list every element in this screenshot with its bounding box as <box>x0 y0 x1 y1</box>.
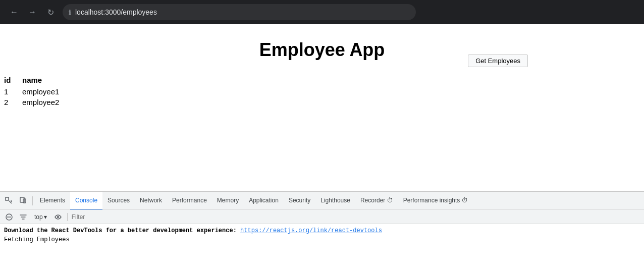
eye-button[interactable] <box>53 212 63 222</box>
url-text: localhost:3000/employees <box>75 8 157 16</box>
devtools-panel: Elements Console Sources Network Perform… <box>0 191 644 252</box>
svg-rect-0 <box>6 197 9 200</box>
console-output: Download the React DevTools for a better… <box>0 224 644 252</box>
row2-name: employee2 <box>22 98 73 106</box>
toolbar-divider <box>67 213 68 221</box>
tab-console[interactable]: Console <box>70 192 102 210</box>
table-row: 2 employee2 <box>4 98 644 106</box>
inspect-element-button[interactable] <box>2 194 16 208</box>
console-line-1: Download the React DevTools for a better… <box>4 226 640 235</box>
employee-table: id name 1 employee1 2 employee2 <box>0 76 644 106</box>
reload-button[interactable]: ↻ <box>44 6 57 18</box>
react-devtools-link[interactable]: https://reactjs.org/link/react-devtools <box>240 227 382 234</box>
clear-console-button[interactable] <box>4 212 14 222</box>
forward-button[interactable]: → <box>26 6 38 18</box>
page-content: Employee App id name 1 employee1 2 emplo… <box>0 24 644 191</box>
tab-security[interactable]: Security <box>284 192 315 210</box>
app-title: Employee App <box>0 39 644 61</box>
tab-recorder[interactable]: Recorder ⏱ <box>355 192 398 210</box>
tab-performance[interactable]: Performance <box>167 192 212 210</box>
svg-point-5 <box>57 216 59 218</box>
table-header: id name <box>4 76 644 84</box>
tab-divider <box>32 196 33 205</box>
tab-performance-insights[interactable]: Performance insights ⏱ <box>398 192 473 210</box>
tab-lighthouse[interactable]: Lighthouse <box>315 192 355 210</box>
row1-id: 1 <box>4 87 14 96</box>
row2-id: 2 <box>4 98 14 106</box>
table-row: 1 employee1 <box>4 87 644 96</box>
tab-elements[interactable]: Elements <box>35 192 70 210</box>
device-toolbar-button[interactable] <box>16 194 30 208</box>
header-id: id <box>4 76 14 84</box>
context-label: top <box>34 213 43 221</box>
context-dropdown-icon: ▾ <box>44 213 47 221</box>
lock-icon: ℹ <box>69 9 71 16</box>
console-text-1: Download the React DevTools for a better… <box>4 227 240 234</box>
get-employees-container: Get Employees <box>468 55 528 67</box>
console-text-2: Fetching Employees <box>4 236 70 243</box>
browser-toolbar: ← → ↻ ℹ localhost:3000/employees <box>0 0 644 24</box>
filter-input[interactable] <box>72 213 132 221</box>
console-line-2: Fetching Employees <box>4 235 640 244</box>
devtools-tabs-bar: Elements Console Sources Network Perform… <box>0 192 644 210</box>
address-bar[interactable]: ℹ localhost:3000/employees <box>63 4 416 20</box>
get-employees-button[interactable]: Get Employees <box>468 55 528 67</box>
row1-name: employee1 <box>22 87 73 96</box>
tab-network[interactable]: Network <box>135 192 167 210</box>
tab-sources[interactable]: Sources <box>102 192 135 210</box>
back-button[interactable]: ← <box>8 6 20 18</box>
tab-application[interactable]: Application <box>244 192 284 210</box>
header-name: name <box>22 76 73 84</box>
svg-rect-1 <box>20 197 24 202</box>
tab-memory[interactable]: Memory <box>212 192 244 210</box>
context-selector[interactable]: top ▾ <box>32 212 49 222</box>
console-toolbar: top ▾ <box>0 210 644 224</box>
filter-button[interactable] <box>18 212 28 222</box>
